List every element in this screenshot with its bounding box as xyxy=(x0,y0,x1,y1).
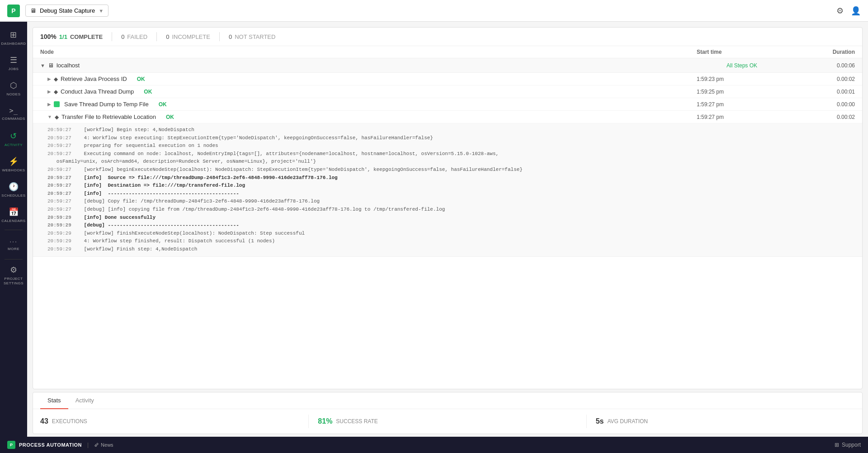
step-chevron-4[interactable]: ▼ xyxy=(47,114,52,119)
sidebar-item-calendars[interactable]: 📅 Calendars xyxy=(0,203,27,228)
settings-icon[interactable]: ⚙ xyxy=(836,6,844,16)
bottombar-support[interactable]: ⊞ Support xyxy=(835,442,861,448)
user-icon[interactable]: 👤 xyxy=(851,6,861,16)
complete-label: COMPLETE xyxy=(70,33,103,40)
sidebar-item-project-settings[interactable]: ⚙ Project Settings xyxy=(0,261,27,289)
sidebar-label-dashboard: Dashboard xyxy=(1,42,26,46)
avg-duration-label: AVG DURATION xyxy=(607,418,648,425)
sidebar-item-schedules[interactable]: 🕐 Schedules xyxy=(0,177,27,203)
log-timestamp: 20:59:27 xyxy=(47,191,71,196)
nodes-icon: ⬡ xyxy=(10,80,18,90)
job-selector-dropdown[interactable]: 🖥 Debug State Capture ▼ xyxy=(25,5,108,17)
node-all-steps-ok: All Steps OK xyxy=(697,62,787,69)
step-chevron-1[interactable]: ▶ xyxy=(47,76,51,81)
log-line: 20:59:27 [debug] [info] copying file fro… xyxy=(47,206,855,214)
not-started-stat: 0 NOT STARTED xyxy=(229,33,276,40)
bottombar-news[interactable]: 🗞 News xyxy=(94,442,113,448)
log-line: 20:59:27 Executing command on node: loca… xyxy=(47,150,855,158)
col-duration: Duration xyxy=(787,49,855,55)
sidebar-item-jobs[interactable]: ☰ Jobs xyxy=(0,51,27,76)
success-rate-label: SUCCESS RATE xyxy=(336,418,377,425)
tab-stats[interactable]: Stats xyxy=(40,392,68,409)
execution-content[interactable]: ▼ 🖥 localhost All Steps OK 0.00:06 ▶ ◆ R… xyxy=(33,58,862,389)
log-line: 20:59:27 [workflow] Begin step: 4,NodeDi… xyxy=(47,126,855,134)
app-logo: P xyxy=(7,5,20,17)
node-row-localhost: ▼ 🖥 localhost All Steps OK 0.00:06 xyxy=(33,58,862,73)
log-timestamp: 20:59:27 xyxy=(47,143,71,148)
sidebar-item-activity[interactable]: ↺ Activity xyxy=(0,127,27,152)
sidebar-item-webhooks[interactable]: ⚡ Webhooks xyxy=(0,152,27,177)
failed-count: 0 xyxy=(121,33,124,40)
log-line: 20:59:27 4: Workflow step executing: Ste… xyxy=(47,134,855,142)
sidebar-divider-2 xyxy=(5,259,23,260)
log-timestamp: 20:59:29 xyxy=(47,215,71,220)
step-duration-1: 0.00:02 xyxy=(787,76,855,82)
webhooks-icon: ⚡ xyxy=(9,156,19,166)
step-row-1: ▶ ◆ Retrieve Java Process ID OK 1:59:23 … xyxy=(33,73,862,85)
log-timestamp: 20:59:29 xyxy=(47,231,71,236)
col-start-time: Start time xyxy=(697,49,787,55)
step-label-1: ▶ ◆ Retrieve Java Process ID OK xyxy=(47,76,697,82)
sidebar-item-dashboard[interactable]: ⊞ Dashboard xyxy=(0,25,27,51)
incomplete-label: INCOMPLETE xyxy=(172,33,210,40)
bottombar-brand: PROCESS AUTOMATION xyxy=(19,442,82,448)
log-line: 20:59:29 [workflow] Finish step: 4,NodeD… xyxy=(47,245,855,254)
step-status-4: OK xyxy=(166,114,174,120)
stat-sep-3 xyxy=(219,32,220,41)
log-line: 20:59:29 [info] Done successfully xyxy=(47,214,855,222)
step-row-3: ▶ Save Thread Dump to Temp File OK 1:59:… xyxy=(33,98,862,111)
sidebar-item-nodes[interactable]: ⬡ Nodes xyxy=(0,76,27,101)
log-line: 20:59:27 [info] Destination => file:///t… xyxy=(47,182,855,190)
project-settings-icon: ⚙ xyxy=(10,265,18,275)
step-label-2: ▶ ◆ Conduct Java Thread Dump OK xyxy=(47,88,697,95)
bottom-tabs: Stats Activity xyxy=(33,392,862,409)
log-line: 20:59:27 [info] Source => file:///tmp/th… xyxy=(47,174,855,182)
bottom-panel: Stats Activity 43 EXECUTIONS 81% SUCCESS… xyxy=(33,392,863,434)
step-duration-4: 0.00:02 xyxy=(787,114,855,120)
avg-duration-stat: 5s AVG DURATION xyxy=(596,417,855,425)
failed-stat: 0 FAILED xyxy=(121,33,147,40)
table-header: Node Start time Duration xyxy=(33,46,862,58)
step-chevron-3[interactable]: ▶ xyxy=(47,102,51,107)
completion-stat: 100% 1/1 COMPLETE xyxy=(40,33,103,40)
log-timestamp: 20:59:27 xyxy=(47,175,71,180)
step-duration-3: 0.00:00 xyxy=(787,101,855,108)
step-icon-4: ◆ xyxy=(55,114,59,120)
topbar-left: P 🖥 Debug State Capture ▼ xyxy=(7,5,108,17)
step-status-3: OK xyxy=(159,101,167,108)
sidebar-label-commands: Commands xyxy=(2,117,25,121)
sidebar-label-project-settings: Project Settings xyxy=(2,277,25,285)
sidebar-label-jobs: Jobs xyxy=(9,67,19,71)
sidebar-item-more[interactable]: ··· More xyxy=(0,232,27,257)
step-icon-1: ◆ xyxy=(54,76,58,82)
step-icon-2: ◆ xyxy=(54,89,58,95)
log-line: 20:59:29 [workflow] finishExecuteNodeSte… xyxy=(47,230,855,238)
executions-stat: 43 EXECUTIONS xyxy=(40,417,299,425)
step-chevron-2[interactable]: ▶ xyxy=(47,89,51,94)
step-time-1: 1:59:23 pm xyxy=(697,76,787,82)
node-chevron-collapse[interactable]: ▼ xyxy=(40,63,45,68)
sidebar-label-webhooks: Webhooks xyxy=(2,168,25,173)
sidebar: ⊞ Dashboard ☰ Jobs ⬡ Nodes >_ Commands ↺… xyxy=(0,22,27,437)
tab-activity[interactable]: Activity xyxy=(68,392,101,409)
bottombar-left: P PROCESS AUTOMATION | 🗞 News xyxy=(7,441,113,449)
step-row-4: ▼ ◆ Transfer File to Retrievable Locatio… xyxy=(33,111,862,123)
sidebar-item-commands[interactable]: >_ Commands xyxy=(0,101,27,127)
step-time-4: 1:59:27 pm xyxy=(697,114,787,120)
chevron-down-icon: ▼ xyxy=(99,8,104,14)
activity-icon: ↺ xyxy=(10,131,17,141)
job-dropdown-label: Debug State Capture xyxy=(40,7,95,14)
bottombar: P PROCESS AUTOMATION | 🗞 News ⊞ Support xyxy=(0,437,868,453)
node-name: localhost xyxy=(57,62,80,69)
log-output: 20:59:27 [workflow] Begin step: 4,NodeDi… xyxy=(33,123,862,257)
col-node: Node xyxy=(40,49,697,55)
more-icon: ··· xyxy=(9,238,18,245)
news-label: News xyxy=(101,442,113,448)
schedules-icon: 🕐 xyxy=(9,182,19,192)
step-label-3: ▶ Save Thread Dump to Temp File OK xyxy=(47,101,697,108)
log-timestamp: 20:59:29 xyxy=(47,238,71,244)
log-timestamp: 20:59:27 xyxy=(47,151,71,156)
sidebar-label-nodes: Nodes xyxy=(7,92,21,97)
not-started-label: NOT STARTED xyxy=(235,33,275,40)
stat-sep-2 xyxy=(156,32,157,41)
